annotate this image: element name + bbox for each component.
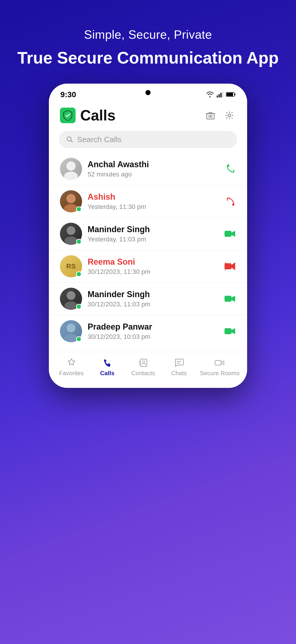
online-indicator: [76, 239, 82, 244]
nav-label-contacts: Contacts: [131, 370, 155, 377]
call-time: Yesterday, 11:03 pm: [88, 236, 218, 243]
svg-rect-41: [215, 360, 221, 365]
svg-point-28: [67, 291, 75, 300]
nav-item-secure-rooms[interactable]: Secure Rooms: [200, 358, 239, 377]
camera-dot: [145, 90, 151, 95]
status-time: 9:30: [60, 90, 76, 99]
settings-button[interactable]: [223, 109, 236, 122]
delete-button[interactable]: [204, 109, 217, 122]
svg-point-32: [65, 334, 78, 342]
avatar: [60, 158, 82, 180]
caller-name: Maninder Singh: [88, 290, 218, 299]
header-actions: [204, 109, 236, 122]
avatar-wrap: RS: [60, 255, 82, 277]
caller-name: Anchal Awasthi: [88, 160, 219, 169]
avatar-wrap: [60, 190, 82, 212]
caller-name: Ashish: [88, 192, 219, 202]
svg-rect-24: [224, 231, 231, 237]
nav-label-favorites: Favorites: [59, 370, 84, 377]
promo-headline: True Secure Communication App: [8, 48, 288, 68]
avatar-wrap: [60, 320, 82, 342]
svg-point-20: [64, 204, 78, 212]
call-item[interactable]: Pradeep Panwar30/12/2023, 10:03 pm: [49, 315, 247, 347]
call-item[interactable]: Maninder Singh30/12/2023, 11:03 pm: [49, 282, 247, 315]
caller-name: Reema Soni: [88, 257, 218, 267]
nav-label-calls: Calls: [100, 370, 114, 377]
wifi-icon: [206, 92, 214, 98]
call-item[interactable]: RSReema Soni30/12/2023, 11:30 pm: [49, 250, 247, 282]
nav-item-contacts[interactable]: Contacts: [128, 358, 158, 377]
svg-point-18: [227, 164, 229, 167]
search-icon: [66, 136, 73, 143]
svg-rect-30: [224, 296, 231, 302]
svg-point-16: [66, 162, 76, 171]
svg-point-38: [142, 361, 145, 363]
video-call-icon[interactable]: [224, 262, 236, 271]
nav-label-chats: Chats: [171, 370, 187, 377]
video-call-icon[interactable]: [224, 230, 236, 238]
app-title: Calls: [80, 107, 116, 124]
svg-rect-33: [224, 328, 231, 334]
nav-item-calls[interactable]: Calls: [92, 358, 122, 377]
online-indicator: [76, 206, 82, 212]
phone-frame: 9:30: [49, 84, 247, 388]
svg-rect-5: [235, 94, 235, 95]
caller-name: Maninder Singh: [88, 224, 218, 234]
svg-point-29: [65, 302, 78, 310]
voice-call-icon[interactable]: [225, 196, 236, 207]
app-logo: [60, 108, 76, 123]
svg-rect-3: [222, 92, 223, 98]
call-info: Maninder SinghYesterday, 11:03 pm: [88, 224, 218, 243]
online-indicator: [76, 271, 82, 277]
nav-icon-secure-rooms: [215, 358, 225, 368]
video-call-icon[interactable]: [224, 294, 236, 303]
call-time: 52 minutes ago: [88, 171, 219, 178]
call-time: 30/12/2023, 11:30 pm: [88, 268, 218, 276]
header-left: Calls: [60, 107, 116, 124]
call-time: 30/12/2023, 11:03 pm: [88, 300, 218, 308]
online-indicator: [76, 336, 82, 342]
app-header: Calls: [49, 101, 247, 128]
svg-point-13: [228, 114, 231, 117]
nav-item-favorites[interactable]: Favorites: [57, 358, 87, 377]
svg-point-17: [64, 172, 78, 180]
battery-icon: [226, 92, 236, 97]
svg-point-22: [67, 226, 75, 235]
svg-rect-0: [217, 96, 218, 98]
call-item[interactable]: Maninder SinghYesterday, 11:03 pm: [49, 218, 247, 250]
call-info: Reema Soni30/12/2023, 11:30 pm: [88, 257, 218, 276]
nav-icon-calls: [102, 358, 112, 368]
video-call-icon[interactable]: [224, 327, 236, 336]
status-icons: [206, 92, 236, 98]
svg-line-15: [71, 140, 72, 142]
svg-point-21: [232, 204, 234, 206]
status-bar: 9:30: [49, 84, 247, 101]
svg-point-19: [66, 194, 76, 203]
avatar-wrap: [60, 158, 82, 180]
call-item[interactable]: Anchal Awasthi52 minutes ago: [49, 153, 247, 185]
svg-point-23: [65, 236, 78, 245]
avatar-wrap: [60, 288, 82, 310]
nav-icon-favorites: [66, 358, 77, 368]
online-indicator: [76, 304, 82, 309]
call-info: Anchal Awasthi52 minutes ago: [88, 160, 219, 178]
nav-label-secure-rooms: Secure Rooms: [200, 370, 239, 377]
call-time: 30/12/2023, 10:03 pm: [88, 333, 218, 340]
svg-point-31: [67, 324, 75, 332]
voice-call-icon[interactable]: [225, 163, 236, 174]
call-info: AshishYesterday, 11:30 pm: [88, 192, 219, 210]
call-info: Maninder Singh30/12/2023, 11:03 pm: [88, 290, 218, 308]
call-time: Yesterday, 11:30 pm: [88, 203, 219, 210]
nav-item-chats[interactable]: Chats: [164, 358, 194, 377]
svg-rect-6: [227, 93, 233, 96]
svg-rect-1: [218, 94, 220, 98]
call-list: Anchal Awasthi52 minutes ago AshishYeste…: [49, 153, 247, 352]
call-item[interactable]: AshishYesterday, 11:30 pm: [49, 185, 247, 218]
search-bar[interactable]: Search Calls: [59, 131, 237, 148]
caller-name: Pradeep Panwar: [88, 322, 218, 332]
search-placeholder: Search Calls: [77, 135, 122, 144]
signal-icon: [217, 92, 223, 98]
avatar-wrap: [60, 223, 82, 245]
svg-rect-2: [220, 93, 221, 98]
call-info: Pradeep Panwar30/12/2023, 10:03 pm: [88, 322, 218, 340]
